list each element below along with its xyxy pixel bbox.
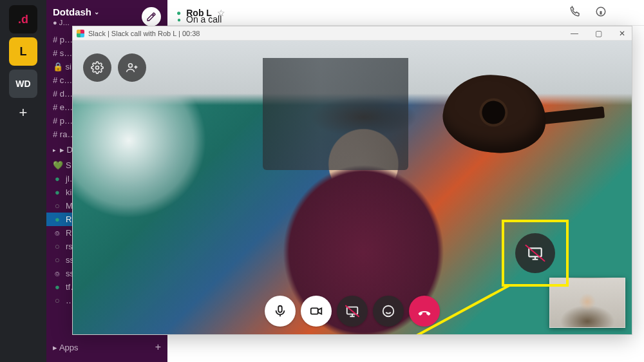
conversation-status: On a call <box>186 14 222 24</box>
add-app-button[interactable]: + <box>19 104 28 121</box>
share-screen-button[interactable] <box>337 296 368 327</box>
workspace-name: Dotdash <box>53 6 91 17</box>
compose-button[interactable] <box>142 7 161 26</box>
presence-offline-icon: ○ <box>53 296 62 305</box>
svg-point-8 <box>383 306 394 317</box>
call-window-titlebar[interactable]: Slack | Slack call with Rob L | 00:38 — … <box>73 26 632 41</box>
video-background-ukulele <box>438 44 604 176</box>
caret-right-icon: ▸ <box>53 147 56 153</box>
svg-rect-5 <box>278 306 282 312</box>
os-app-rail: .d L WD + <box>0 0 46 362</box>
svg-line-4 <box>400 285 509 334</box>
app-tile-wd[interactable]: WD <box>9 70 37 98</box>
threads-icon: ⌾ <box>53 269 62 278</box>
presence-offline-icon: ○ <box>53 242 62 251</box>
presence-online-icon: ● <box>53 214 62 224</box>
call-body <box>73 41 632 334</box>
caret-right-icon: ▸ <box>53 343 57 352</box>
camera-button[interactable] <box>301 296 332 327</box>
app-tile-dotdash[interactable]: .d <box>9 5 37 33</box>
video-background-curtain <box>263 58 408 169</box>
apps-section-label: Apps <box>59 343 79 352</box>
window-maximize-button[interactable]: ▢ <box>592 29 605 38</box>
svg-point-1 <box>96 66 99 70</box>
workspace-switcher[interactable]: Dotdash ⌄ <box>53 6 99 17</box>
chevron-down-icon: ⌄ <box>94 8 99 15</box>
call-window-title: Slack | Slack call with Rob L | 00:38 <box>88 30 200 37</box>
add-people-button[interactable] <box>118 53 146 82</box>
presence-offline-icon: ○ <box>53 201 62 211</box>
threads-icon: ⌾ <box>53 228 62 238</box>
svg-point-2 <box>129 64 133 68</box>
stop-sharing-icon <box>515 233 555 273</box>
presence-online-icon: ● <box>177 16 181 23</box>
call-window: Slack | Slack call with Rob L | 00:38 — … <box>72 26 632 335</box>
green-heart-icon: 💚 <box>53 160 62 170</box>
presence-offline-icon: ○ <box>53 255 62 265</box>
call-top-left-controls <box>83 53 146 82</box>
annotation-highlight-box <box>502 220 569 287</box>
presence-online-icon: ● <box>53 174 62 184</box>
svg-rect-6 <box>311 308 318 314</box>
apps-section[interactable]: ▸ Apps + <box>46 338 167 357</box>
annotation-leader-line <box>393 280 516 334</box>
slack-favicon-icon <box>77 30 84 37</box>
window-close-button[interactable]: ✕ <box>616 29 628 38</box>
call-settings-button[interactable] <box>83 53 111 82</box>
window-minimize-button[interactable]: — <box>568 29 581 38</box>
mute-button[interactable] <box>265 296 296 327</box>
app-tile-l[interactable]: L <box>9 37 37 66</box>
window-controls: — ▢ ✕ <box>568 29 628 38</box>
conversation-subline: ● On a call <box>177 14 644 24</box>
add-app-button[interactable]: + <box>155 341 161 353</box>
presence-online-icon: ● <box>53 187 62 197</box>
presence-online-icon: ● <box>53 282 62 292</box>
